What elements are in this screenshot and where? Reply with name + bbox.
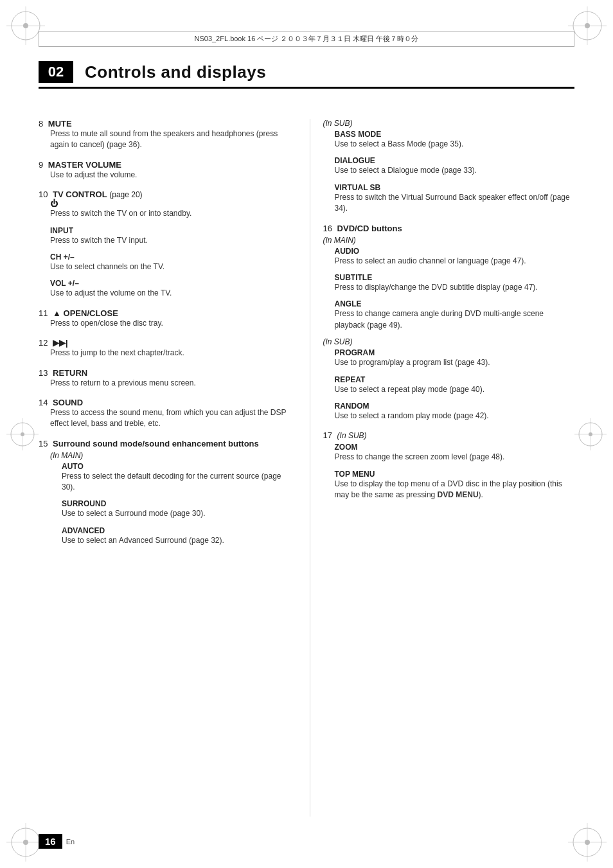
repeat-entry: REPEAT Use to select a repeat play mode …: [335, 375, 575, 395]
tv-vol-title: VOL +/–: [50, 279, 290, 288]
entry-12-title: 12 ▶▶|: [39, 338, 290, 348]
program-desc: Use to program/play a program list (page…: [335, 357, 575, 368]
entry-13-label: RETURN: [53, 368, 87, 378]
entry-8: 8 MUTE Press to mute all sound from the …: [39, 119, 290, 151]
surround-advanced-title: ADVANCED: [62, 526, 290, 535]
corner-mark-br: [568, 823, 607, 862]
entry-15-in-main-label: (In MAIN): [50, 451, 290, 460]
tv-power-entry: ⏻ Press to switch the TV on or into stan…: [50, 199, 290, 219]
tv-ch-entry: CH +/– Use to select channels on the TV.: [50, 252, 290, 272]
repeat-title: REPEAT: [335, 375, 575, 384]
entry-10-label: TV CONTROL: [53, 190, 107, 199]
dialogue-entry: DIALOGUE Use to select a Dialogue mode (…: [335, 156, 575, 176]
entry-13-desc: Press to return to a previous menu scree…: [50, 378, 290, 389]
entry-13-title: 13 RETURN: [39, 368, 290, 378]
entry-15: 15 Surround sound mode/sound enhancement…: [39, 439, 290, 547]
tv-input-desc: Press to switch the TV input.: [50, 235, 290, 246]
entry-16-number: 16: [323, 224, 332, 233]
file-info-bar: NS03_2FL.book 16 ページ ２００３年７月３１日 木曜日 午後７時…: [39, 31, 574, 47]
entry-17-number: 17: [323, 430, 332, 440]
subtitle-entry: SUBTITLE Press to display/change the DVD…: [335, 273, 575, 293]
tv-power-desc: Press to switch the TV on or into standb…: [50, 208, 290, 219]
entry-9-desc: Use to adjust the volume.: [50, 170, 290, 181]
entry-15-sub: (In SUB) BASS MODE Use to select a Bass …: [323, 119, 575, 215]
content-area: 8 MUTE Press to mute all sound from the …: [39, 119, 574, 817]
entry-16: 16 DVD/CD buttons (In MAIN) AUDIO Press …: [323, 224, 575, 422]
entry-8-number: 8: [39, 119, 43, 128]
entry-12: 12 ▶▶| Press to jump to the next chapter…: [39, 338, 290, 359]
angle-desc: Press to change camera angle during DVD …: [335, 308, 575, 331]
surround-advanced-entry: ADVANCED Use to select an Advanced Surro…: [62, 526, 290, 546]
entry-17-in-sub-block: ZOOM Press to change the screen zoom lev…: [323, 443, 575, 500]
entry-16-label: DVD/CD buttons: [337, 224, 402, 233]
entry-17-title: 17 (In SUB): [323, 430, 575, 440]
tv-input-entry: INPUT Press to switch the TV input.: [50, 226, 290, 246]
entry-15-in-main-block: (In MAIN) AUTO Press to select the defau…: [50, 451, 290, 547]
entry-8-label: MUTE: [48, 119, 72, 128]
entry-11-title: 11 ▲ OPEN/CLOSE: [39, 308, 290, 318]
bass-mode-entry: BASS MODE Use to select a Bass Mode (pag…: [335, 130, 575, 150]
entry-15-sub-label: (In SUB): [323, 119, 575, 128]
entry-14-title: 14 SOUND: [39, 398, 290, 407]
entry-9-number: 9: [39, 160, 43, 170]
bass-mode-desc: Use to select a Bass Mode (page 35).: [335, 139, 575, 150]
file-info-text: NS03_2FL.book 16 ページ ２００３年７月３１日 木曜日 午後７時…: [194, 34, 418, 44]
subtitle-desc: Press to display/change the DVD subtitle…: [335, 282, 575, 293]
surround-surround-entry: SURROUND Use to select a Surround mode (…: [62, 499, 290, 519]
entry-15-label: Surround sound mode/sound enhancement bu…: [53, 439, 259, 448]
entry-14-desc: Press to access the sound menu, from whi…: [50, 407, 290, 430]
virtual-sb-desc: Press to switch the Virtual Surround Bac…: [335, 192, 575, 215]
audio-title: AUDIO: [335, 247, 575, 256]
chapter-number: 02: [39, 61, 73, 83]
entry-17: 17 (In SUB) ZOOM Press to change the scr…: [323, 430, 575, 500]
entry-11: 11 ▲ OPEN/CLOSE Press to open/close the …: [39, 308, 290, 329]
right-column: (In SUB) BASS MODE Use to select a Bass …: [310, 119, 575, 817]
entry-10-number: 10: [39, 190, 48, 199]
surround-surround-title: SURROUND: [62, 499, 290, 508]
left-column: 8 MUTE Press to mute all sound from the …: [39, 119, 310, 817]
entry-9-title: 9 MASTER VOLUME: [39, 160, 290, 170]
entry-14-number: 14: [39, 398, 48, 407]
surround-auto-desc: Press to select the default decoding for…: [62, 471, 290, 493]
entry-16-in-main-label: (In MAIN): [323, 236, 575, 245]
subtitle-title: SUBTITLE: [335, 273, 575, 282]
chapter-title: Controls and displays: [85, 62, 266, 82]
entry-10: 10 TV CONTROL (page 20) ⏻ Press to switc…: [39, 190, 290, 299]
page-footer: 16 En: [39, 834, 75, 849]
program-entry: PROGRAM Use to program/play a program li…: [335, 348, 575, 368]
surround-auto-title: AUTO: [62, 462, 290, 471]
zoom-entry: ZOOM Press to change the screen zoom lev…: [335, 443, 575, 463]
tv-ch-title: CH +/–: [50, 252, 290, 261]
dialogue-title: DIALOGUE: [335, 156, 575, 165]
entry-11-label: ▲ OPEN/CLOSE: [53, 308, 118, 318]
tv-input-title: INPUT: [50, 226, 290, 235]
random-title: RANDOM: [335, 402, 575, 411]
entry-14: 14 SOUND Press to access the sound menu,…: [39, 398, 290, 430]
zoom-title: ZOOM: [335, 443, 575, 452]
entry-16-in-main-block: (In MAIN) AUDIO Press to select an audio…: [323, 236, 575, 332]
tv-vol-desc: Use to adjust the volume on the TV.: [50, 288, 290, 299]
entry-13-number: 13: [39, 368, 48, 378]
entry-9-label: MASTER VOLUME: [48, 160, 121, 170]
audio-entry: AUDIO Press to select an audio channel o…: [335, 247, 575, 267]
surround-advanced-desc: Use to select an Advanced Surround (page…: [62, 535, 290, 546]
surround-surround-desc: Use to select a Surround mode (page 30).: [62, 508, 290, 519]
mid-left-mark: [6, 418, 39, 450]
top-menu-desc: Use to display the top menu of a DVD dis…: [335, 479, 575, 501]
angle-title: ANGLE: [335, 299, 575, 308]
entry-10-suffix: (page 20): [109, 190, 142, 199]
entry-13: 13 RETURN Press to return to a previous …: [39, 368, 290, 389]
chapter-header: 02 Controls and displays: [39, 61, 574, 89]
entry-11-number: 11: [39, 308, 48, 318]
tv-power-title: ⏻: [50, 199, 290, 208]
entry-17-in-sub-label: (In SUB): [337, 431, 367, 440]
entry-16-title: 16 DVD/CD buttons: [323, 224, 575, 233]
entry-15-title: 15 Surround sound mode/sound enhancement…: [39, 439, 290, 448]
random-entry: RANDOM Use to select a random play mode …: [335, 402, 575, 421]
audio-desc: Press to select an audio channel or lang…: [335, 256, 575, 267]
entry-10-title: 10 TV CONTROL (page 20): [39, 190, 290, 199]
entry-12-label: ▶▶|: [53, 338, 68, 348]
tv-ch-desc: Use to select channels on the TV.: [50, 261, 290, 272]
angle-entry: ANGLE Press to change camera angle durin…: [335, 299, 575, 331]
tv-vol-entry: VOL +/– Use to adjust the volume on the …: [50, 279, 290, 299]
